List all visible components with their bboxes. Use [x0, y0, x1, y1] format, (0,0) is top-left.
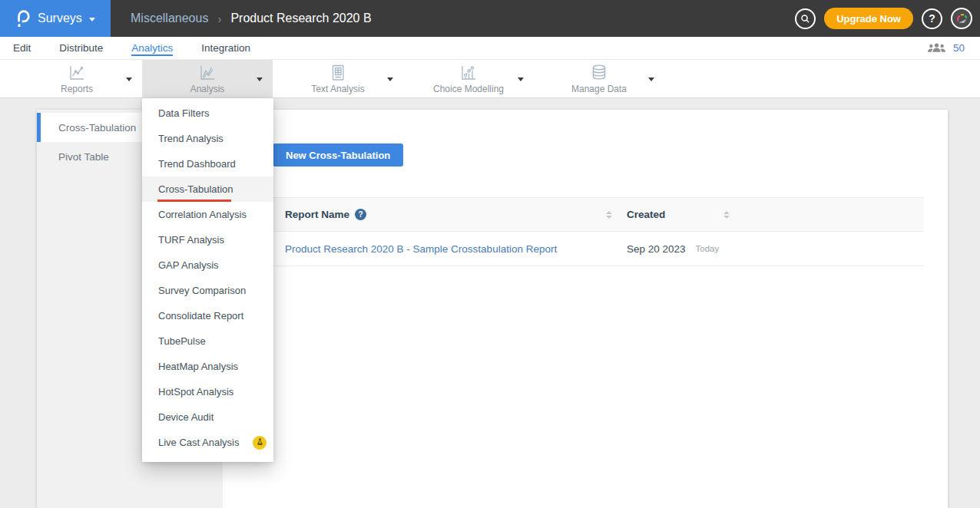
menu-item-data-filters[interactable]: Data Filters	[142, 101, 273, 126]
product-switcher[interactable]: Surveys	[0, 0, 111, 37]
nav-item-distribute[interactable]: Distribute	[59, 42, 103, 54]
toolbar-section-reports[interactable]: Reports	[12, 60, 142, 97]
toolbar-section-text-analysis[interactable]: Text Analysis	[273, 60, 403, 97]
report-link[interactable]: Product Research 2020 B - Sample Crossta…	[285, 243, 557, 255]
breadcrumb-separator-icon: ›	[217, 12, 221, 25]
questionpro-logo-icon	[15, 9, 31, 28]
breadcrumb-survey-title: Product Research 2020 B	[230, 12, 371, 25]
toolbar-section-choice-modelling[interactable]: Choice Modelling	[403, 60, 534, 97]
chevron-down-icon[interactable]	[387, 78, 393, 81]
header-actions: Upgrade Now ?	[795, 8, 980, 29]
menu-item-survey-comparison[interactable]: Survey Comparison	[142, 278, 273, 303]
menu-item-heatmap-analysis[interactable]: HeatMap Analysis	[142, 354, 273, 379]
respondent-count[interactable]: 50	[953, 42, 965, 54]
analytics-toolbar: Reports Analysis Text Analysis Choice Mo…	[0, 60, 980, 98]
analysis-chart-icon	[198, 64, 217, 83]
menu-item-cross-tabulation[interactable]: Cross-Tabulation	[142, 176, 273, 202]
search-button[interactable]	[795, 8, 816, 29]
upgrade-now-button[interactable]: Upgrade Now	[824, 8, 913, 29]
database-icon	[589, 64, 609, 83]
menu-item-correlation-analysis[interactable]: Correlation Analysis	[142, 202, 273, 227]
chevron-down-icon[interactable]	[126, 78, 132, 81]
product-switcher-label: Surveys	[38, 12, 82, 25]
respondent-counter: 50	[927, 42, 965, 54]
reports-table-body: Product Research 2020 B - Sample Crossta…	[273, 232, 924, 266]
menu-item-hotspot-analysis[interactable]: HotSpot Analysis	[142, 379, 273, 404]
report-name-header-label: Report Name	[285, 209, 349, 220]
search-icon	[800, 13, 811, 25]
report-row: Product Research 2020 B - Sample Crossta…	[273, 232, 924, 266]
text-analysis-icon	[329, 64, 346, 83]
new-cross-tabulation-button[interactable]: New Cross-Tabulation	[273, 143, 403, 167]
toolbar-section-analysis[interactable]: Analysis	[142, 60, 273, 97]
menu-item-gap-analysis[interactable]: GAP Analysis	[142, 252, 273, 278]
menu-item-trend-dashboard[interactable]: Trend Dashboard	[142, 151, 273, 176]
menu-item-device-audit[interactable]: Device Audit	[142, 404, 273, 430]
nav-item-integration[interactable]: Integration	[201, 42, 250, 54]
menu-item-live-cast-analysis[interactable]: Live Cast Analysis	[142, 430, 273, 455]
report-name-column-header: Report Name ?	[273, 209, 618, 220]
help-button[interactable]: ?	[922, 8, 942, 29]
toolbar-section-manage-data[interactable]: Manage Data	[534, 60, 664, 97]
menu-item-turf-analysis[interactable]: TURF Analysis	[142, 227, 273, 252]
reports-table: Report Name ? Created	[273, 197, 924, 266]
sort-icon[interactable]	[606, 211, 612, 219]
chevron-down-icon[interactable]	[518, 78, 524, 81]
menu-item-consolidate-report[interactable]: Consolidate Report	[142, 303, 273, 328]
premium-flask-badge-icon	[253, 436, 267, 450]
menu-item-tubepulse[interactable]: TubePulse	[142, 328, 273, 354]
reports-chart-icon	[68, 64, 86, 83]
breadcrumb: Miscellaneous › Product Research 2020 B	[131, 12, 372, 25]
report-list-pane: New Cross-Tabulation Report Name ? Creat…	[223, 110, 948, 508]
menu-item-trend-analysis[interactable]: Trend Analysis	[142, 126, 273, 151]
created-date: Sep 20 2023	[627, 243, 686, 255]
choice-modelling-icon	[459, 64, 478, 83]
created-relative: Today	[696, 244, 720, 253]
created-header-label: Created	[627, 209, 665, 220]
sort-icon[interactable]	[723, 211, 730, 219]
breadcrumb-folder[interactable]: Miscellaneous	[131, 12, 208, 25]
respondents-icon	[927, 42, 946, 54]
chevron-down-icon[interactable]	[648, 78, 654, 81]
nav-item-analytics[interactable]: Analytics	[131, 42, 173, 54]
survey-nav: Edit Distribute Analytics Integration 50	[0, 37, 980, 60]
analysis-dropdown-menu: Data Filters Trend Analysis Tren	[142, 98, 273, 462]
nav-item-edit[interactable]: Edit	[13, 42, 31, 54]
reports-table-header: Report Name ? Created	[273, 197, 924, 232]
chevron-down-icon	[89, 18, 95, 21]
top-header: Surveys Miscellaneous › Product Research…	[0, 0, 980, 37]
chevron-down-icon[interactable]	[257, 78, 263, 81]
created-column-header: Created	[618, 209, 737, 220]
help-icon[interactable]: ?	[355, 209, 366, 220]
avatar[interactable]	[951, 8, 972, 29]
